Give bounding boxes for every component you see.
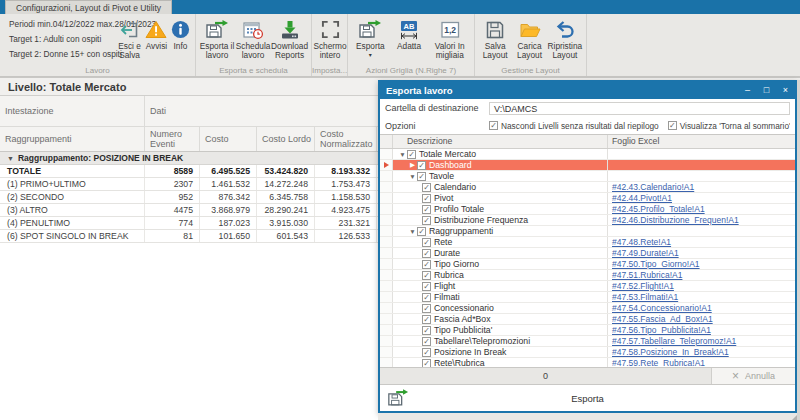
tree-row-pivot[interactable]: ✓Pivot #42.44.Pivot!A1 — [380, 193, 795, 204]
checkbox-checked-icon[interactable]: ✓ — [422, 249, 431, 258]
tab-configurazioni[interactable]: Configurazioni, Layout di Pivot e Utilit… — [5, 0, 172, 14]
checkbox-checked-icon[interactable]: ✓ — [422, 315, 431, 324]
checkbox-checked-icon[interactable]: ✓ — [422, 348, 431, 357]
annulla-button[interactable]: × Annulla — [711, 368, 795, 384]
checkbox-checked-icon[interactable]: ✓ — [422, 326, 431, 335]
excel-sheet-link[interactable]: #47.50.Tipo_Giorno!A1 — [612, 259, 700, 269]
collapse-icon[interactable]: ▼ — [408, 228, 417, 235]
checkbox-checked-icon[interactable]: ✓ — [668, 121, 677, 130]
grid-header-foglio-excel[interactable]: Foglio Excel — [608, 135, 795, 148]
column-header-costo-normalizzato[interactable]: Costo Normalizzato — [315, 127, 377, 151]
tree-row-profilo-totale[interactable]: ✓Profilo Totale #42.45.Profilo_Totale!A1 — [380, 204, 795, 215]
tree-row-filmati[interactable]: ✓Filmati #47.53.Filmati!A1 — [380, 292, 795, 303]
salva-layout-button[interactable]: Salva Layout — [478, 14, 512, 66]
tree-row-durate[interactable]: ✓Durate #47.49.Durate!A1 — [380, 248, 795, 259]
checkbox-visualizza-torna[interactable]: ✓ Visualizza 'Torna al sommario' nelle p… — [668, 121, 790, 131]
checkbox-checked-icon[interactable]: ✓ — [422, 216, 431, 225]
excel-sheet-link[interactable]: #47.51.Rubrica!A1 — [612, 270, 682, 280]
tree-row-totale-mercato[interactable]: ▼✓Totale Mercato — [380, 149, 795, 160]
tree-row-tipo-giorno[interactable]: ✓Tipo Giorno #47.50.Tipo_Giorno!A1 — [380, 259, 795, 270]
checkbox-checked-icon[interactable]: ✓ — [422, 282, 431, 291]
excel-sheet-link[interactable]: #42.46.Distribuzione_Frequen!A1 — [612, 215, 739, 225]
collapse-icon[interactable]: ▼ — [398, 151, 407, 158]
fit-columns-icon: AB — [398, 19, 420, 40]
checkbox-checked-icon[interactable]: ✓ — [422, 293, 431, 302]
cell-eventi: 81 — [145, 230, 200, 242]
checkbox-nascondi-livelli[interactable]: ✓ Nascondi Livelli senza risultati dal r… — [489, 121, 659, 131]
valori-in-migliaia-button[interactable]: 1,2 Valori In migliaia — [428, 14, 471, 66]
tree-row-rubrica[interactable]: ✓Rubrica #47.51.Rubrica!A1 — [380, 270, 795, 281]
row-label: (1) PRIMO+ULTIMO — [0, 178, 145, 190]
checkbox-checked-icon[interactable]: ✓ — [422, 194, 431, 203]
minimize-button[interactable]: – — [738, 82, 757, 99]
excel-sheet-link[interactable]: #47.54.Concessionario!A1 — [612, 303, 712, 313]
cell-normalizzato: 1.753.473 — [315, 178, 377, 190]
column-header-costo-lordo[interactable]: Costo Lordo — [257, 127, 315, 151]
excel-sheet-link[interactable]: #47.59.Rete_Rubrica!A1 — [612, 358, 705, 368]
excel-sheet-link[interactable]: #47.57.Tabellare_Telepromoz!A1 — [612, 336, 736, 346]
excel-sheet-link[interactable]: #47.52.Flight!A1 — [612, 281, 674, 291]
excel-sheet-link[interactable]: #47.48.Rete!A1 — [612, 237, 671, 247]
tree-row-rete-rubrica[interactable]: ✓Rete\Rubrica #47.59.Rete_Rubrica!A1 — [380, 358, 795, 368]
checkbox-checked-icon[interactable]: ✓ — [417, 172, 426, 181]
esci-e-salva-button[interactable]: Esci e Salva — [115, 14, 144, 66]
checkbox-checked-icon[interactable]: ✓ — [407, 150, 416, 159]
collapse-icon[interactable]: ▼ — [408, 173, 417, 180]
column-header-intestazione[interactable]: Intestazione — [0, 96, 145, 126]
adatta-button[interactable]: AB Adatta — [390, 14, 429, 66]
cell-lordo: 6.345.758 — [257, 191, 315, 203]
tree-row-raggruppamenti[interactable]: ▼✓Raggruppamenti — [380, 226, 795, 237]
checkbox-checked-icon[interactable]: ✓ — [422, 337, 431, 346]
excel-sheet-link[interactable]: #47.56.Tipo_Pubblicita!A1 — [612, 325, 711, 335]
excel-sheet-link[interactable]: #47.58.Posizione_In_Break!A1 — [612, 347, 729, 357]
checkbox-checked-icon[interactable]: ✓ — [417, 161, 426, 170]
tree-row-flight[interactable]: ✓Flight #47.52.Flight!A1 — [380, 281, 795, 292]
excel-sheet-link[interactable]: #47.53.Filmati!A1 — [612, 292, 678, 302]
esporta-griglia-button[interactable]: Esporta ▾ — [351, 14, 390, 66]
grid-header-descrizione[interactable]: Descrizione — [393, 135, 608, 148]
excel-sheet-link[interactable]: #42.43.Calendario!A1 — [612, 182, 694, 192]
excel-sheet-link[interactable]: #47.49.Durate!A1 — [612, 248, 679, 258]
column-header-numero-eventi[interactable]: Numero Eventi — [145, 127, 200, 151]
checkbox-checked-icon[interactable]: ✓ — [422, 271, 431, 280]
target1-info: Target 1: Adulti con ospiti — [9, 34, 115, 44]
tree-row-tipo-pubblicita[interactable]: ✓Tipo Pubblicita' #47.56.Tipo_Pubblicita… — [380, 325, 795, 336]
tree-row-rete[interactable]: ✓Rete #47.48.Rete!A1 — [380, 237, 795, 248]
schermo-intero-button[interactable]: Schermo intero — [315, 14, 345, 66]
expand-icon[interactable]: ▶ — [408, 161, 417, 169]
carica-layout-button[interactable]: Carica Layout — [512, 14, 546, 66]
checkbox-checked-icon[interactable]: ✓ — [422, 304, 431, 313]
esporta-button[interactable]: Esporta — [380, 384, 795, 411]
tree-row-tabellare-telepromozioni[interactable]: ✓Tabellare\Telepromozioni #47.57.Tabella… — [380, 336, 795, 347]
maximize-button[interactable]: □ — [757, 82, 776, 99]
schedula-lavoro-button[interactable]: Schedula lavoro — [235, 14, 271, 66]
collapse-icon[interactable]: ▼ — [7, 155, 14, 162]
checkbox-checked-icon[interactable]: ✓ — [422, 359, 431, 368]
column-header-costo[interactable]: Costo — [200, 127, 257, 151]
checkbox-checked-icon[interactable]: ✓ — [422, 205, 431, 214]
excel-sheet-link[interactable]: #47.55.Fascia_Ad_Box!A1 — [612, 314, 713, 324]
ripristina-layout-button[interactable]: Ripristina Layout — [547, 14, 583, 66]
tree-row-fascia-adbox[interactable]: ✓Fascia Ad*Box #47.55.Fascia_Ad_Box!A1 — [380, 314, 795, 325]
checkbox-checked-icon[interactable]: ✓ — [422, 238, 431, 247]
tree-row-tavole[interactable]: ▼✓Tavole — [380, 171, 795, 182]
tree-row-calendario[interactable]: ✓Calendario #42.43.Calendario!A1 — [380, 182, 795, 193]
tree-row-concessionario[interactable]: ✓Concessionario #47.54.Concessionario!A1 — [380, 303, 795, 314]
checkbox-checked-icon[interactable]: ✓ — [417, 227, 426, 236]
excel-sheet-link[interactable]: #42.45.Profilo_Totale!A1 — [612, 204, 705, 214]
tree-row-distribuzione-frequenza[interactable]: ✓Distribuzione Frequenza #42.46.Distribu… — [380, 215, 795, 226]
excel-sheet-link[interactable]: #42.44.Pivot!A1 — [612, 193, 672, 203]
avvisi-button[interactable]: Avvisi — [144, 14, 169, 66]
column-header-raggruppamenti[interactable]: Raggruppamenti — [0, 127, 145, 151]
checkbox-checked-icon[interactable]: ✓ — [489, 121, 498, 130]
tree-row-posizione-in-break[interactable]: ✓Posizione In Break #47.58.Posizione_In_… — [380, 347, 795, 358]
info-button[interactable]: Info — [169, 14, 192, 66]
checkbox-checked-icon[interactable]: ✓ — [422, 183, 431, 192]
esporta-il-lavoro-button[interactable]: Esporta il lavoro — [199, 14, 235, 66]
checkbox-checked-icon[interactable]: ✓ — [422, 260, 431, 269]
download-reports-button[interactable]: Download Reports — [271, 14, 308, 66]
tree-row-dashboard[interactable]: ▶✓Dashboard — [380, 160, 795, 171]
destination-field[interactable]: V:\DAMCS — [489, 102, 790, 115]
dialog-titlebar[interactable]: Esporta lavoro – □ × — [380, 82, 795, 99]
close-button[interactable]: × — [776, 82, 795, 99]
